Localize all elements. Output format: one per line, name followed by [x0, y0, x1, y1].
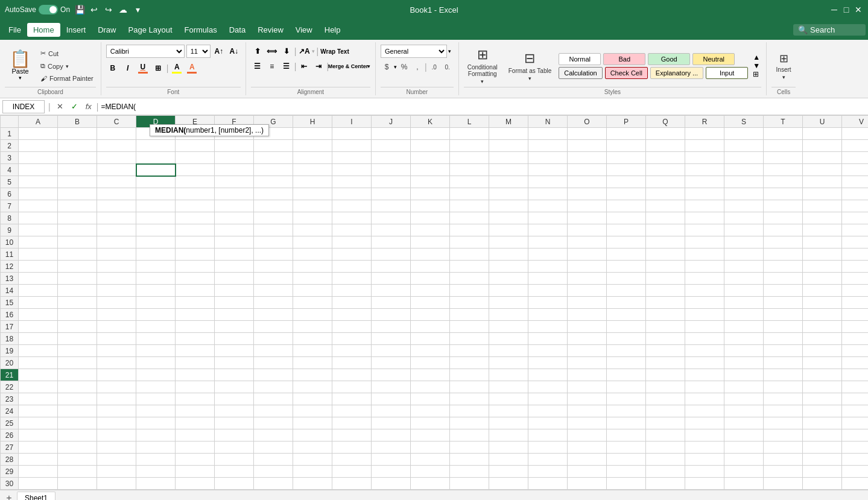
menu-home[interactable]: Home: [27, 23, 60, 37]
cell-L29[interactable]: [450, 466, 489, 478]
row-header-21[interactable]: 21: [1, 369, 19, 381]
cell-F24[interactable]: [215, 405, 254, 417]
cell-K30[interactable]: [411, 478, 450, 490]
cell-H23[interactable]: [293, 393, 332, 405]
cell-K5[interactable]: [411, 176, 450, 188]
accounting-btn[interactable]: $: [381, 61, 393, 73]
cell-K22[interactable]: [411, 381, 450, 393]
cell-P28[interactable]: [607, 454, 646, 466]
cell-V22[interactable]: [842, 381, 869, 393]
copy-dropdown[interactable]: ▾: [66, 63, 69, 69]
row-header-8[interactable]: 8: [1, 212, 19, 224]
row-header-28[interactable]: 28: [1, 454, 19, 466]
cell-B19[interactable]: [58, 345, 97, 357]
bold-button[interactable]: B: [106, 62, 119, 75]
cell-C13[interactable]: [97, 273, 136, 285]
cell-D13[interactable]: [136, 273, 176, 285]
cell-Q25[interactable]: [646, 417, 685, 429]
cell-O17[interactable]: [568, 321, 607, 333]
row-header-26[interactable]: 26: [1, 429, 19, 441]
cell-B6[interactable]: [58, 188, 97, 200]
cell-I19[interactable]: [332, 345, 372, 357]
cell-H21[interactable]: [293, 369, 332, 381]
cell-D19[interactable]: [136, 345, 176, 357]
cell-V24[interactable]: [842, 405, 869, 417]
cell-I22[interactable]: [332, 381, 372, 393]
cell-A29[interactable]: [19, 466, 58, 478]
cell-Q10[interactable]: [646, 236, 685, 248]
cell-O27[interactable]: [568, 441, 607, 454]
minimize-icon[interactable]: ─: [829, 5, 839, 14]
row-header-4[interactable]: 4: [1, 164, 19, 176]
cell-H9[interactable]: [293, 224, 332, 236]
cell-R28[interactable]: [685, 454, 724, 466]
cell-O6[interactable]: [568, 188, 607, 200]
cell-I29[interactable]: [332, 466, 372, 478]
cell-B5[interactable]: [58, 176, 97, 188]
cell-O11[interactable]: [568, 248, 607, 261]
align-top-btn[interactable]: ⬆: [251, 45, 264, 58]
cell-L17[interactable]: [450, 321, 489, 333]
cell-U13[interactable]: [803, 273, 842, 285]
paste-dropdown[interactable]: ▾: [19, 75, 22, 81]
row-header-6[interactable]: 6: [1, 188, 19, 200]
cell-J17[interactable]: [372, 321, 411, 333]
cell-A30[interactable]: [19, 478, 58, 490]
cell-F19[interactable]: [215, 345, 254, 357]
autosave-cloud-icon[interactable]: ☁: [118, 5, 128, 14]
cell-U26[interactable]: [803, 429, 842, 441]
cell-L28[interactable]: [450, 454, 489, 466]
cell-A15[interactable]: [19, 297, 58, 309]
cell-M10[interactable]: [489, 236, 528, 248]
cell-K17[interactable]: [411, 321, 450, 333]
cell-N20[interactable]: [528, 357, 568, 369]
cell-K27[interactable]: [411, 441, 450, 454]
cancel-formula-btn[interactable]: ✕: [54, 101, 66, 113]
cell-T4[interactable]: [764, 164, 803, 176]
cell-P7[interactable]: [607, 200, 646, 212]
cell-D7[interactable]: [136, 200, 176, 212]
cell-U7[interactable]: [803, 200, 842, 212]
cell-G10[interactable]: [254, 236, 293, 248]
cell-N24[interactable]: [528, 405, 568, 417]
cell-G5[interactable]: [254, 176, 293, 188]
cell-V14[interactable]: [842, 285, 869, 297]
cell-M19[interactable]: [489, 345, 528, 357]
cell-O26[interactable]: [568, 429, 607, 441]
cell-C10[interactable]: [97, 236, 136, 248]
cell-R26[interactable]: [685, 429, 724, 441]
cell-P25[interactable]: [607, 417, 646, 429]
cell-A21[interactable]: [19, 369, 58, 381]
cell-O12[interactable]: [568, 261, 607, 273]
cell-S6[interactable]: [724, 188, 764, 200]
cell-V2[interactable]: [842, 140, 869, 152]
cell-T23[interactable]: [764, 393, 803, 405]
cell-D3[interactable]: [136, 152, 176, 164]
cell-Q4[interactable]: [646, 164, 685, 176]
cell-K25[interactable]: [411, 417, 450, 429]
cell-L3[interactable]: [450, 152, 489, 164]
cell-A11[interactable]: [19, 248, 58, 261]
cell-C9[interactable]: [97, 224, 136, 236]
cell-S18[interactable]: [724, 333, 764, 345]
conditional-formatting-btn[interactable]: ⊞ ConditionalFormatting ▾: [464, 45, 501, 87]
cell-O30[interactable]: [568, 478, 607, 490]
cell-C26[interactable]: [97, 429, 136, 441]
cell-H14[interactable]: [293, 285, 332, 297]
cell-T10[interactable]: [764, 236, 803, 248]
row-header-15[interactable]: 15: [1, 297, 19, 309]
cell-N27[interactable]: [528, 441, 568, 454]
cell-P14[interactable]: [607, 285, 646, 297]
cell-E2[interactable]: [176, 140, 215, 152]
cell-U1[interactable]: [803, 128, 842, 140]
row-header-14[interactable]: 14: [1, 285, 19, 297]
cell-H10[interactable]: [293, 236, 332, 248]
font-color-button[interactable]: A: [185, 62, 198, 75]
col-header-L[interactable]: L: [450, 116, 489, 128]
cell-F9[interactable]: [215, 224, 254, 236]
cell-S22[interactable]: [724, 381, 764, 393]
cell-O4[interactable]: [568, 164, 607, 176]
cell-G8[interactable]: [254, 212, 293, 224]
cell-K23[interactable]: [411, 393, 450, 405]
cell-N26[interactable]: [528, 429, 568, 441]
